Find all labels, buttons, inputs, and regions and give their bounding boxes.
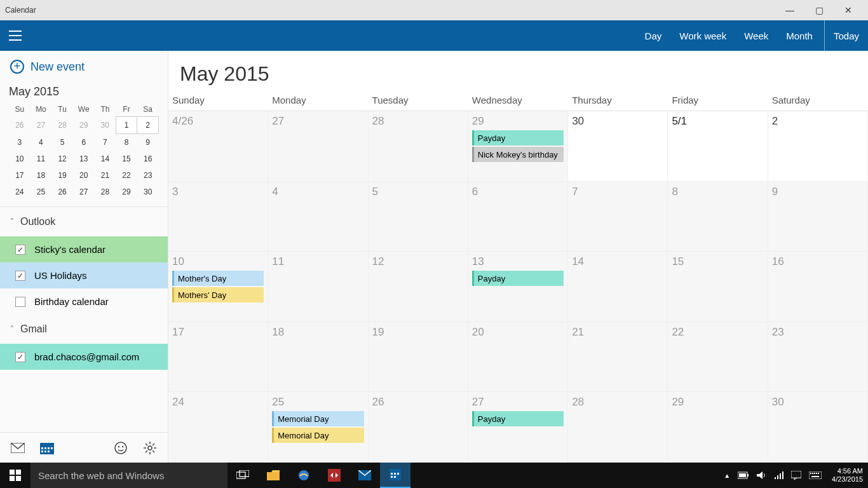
minical-day[interactable]: 23 [137, 167, 159, 184]
minical-day[interactable]: 18 [31, 167, 52, 184]
day-cell[interactable]: 27Payday [468, 392, 568, 463]
minical-day[interactable]: 9 [137, 134, 159, 151]
day-cell[interactable]: 30 [568, 111, 668, 182]
day-cell[interactable]: 5 [369, 182, 468, 252]
event-chip[interactable]: Mother's Day [172, 271, 264, 286]
day-cell[interactable]: 5/1 [668, 111, 768, 182]
minical-day[interactable]: 2 [137, 117, 159, 134]
app-button-1[interactable] [319, 463, 349, 488]
maximize-button[interactable]: ▢ [804, 0, 834, 20]
checkbox[interactable] [15, 297, 25, 307]
system-tray[interactable]: ▲ [719, 463, 827, 488]
day-cell[interactable]: 22 [668, 322, 768, 393]
source-outlook-header[interactable]: ˄ Outlook [0, 207, 168, 236]
day-cell[interactable]: 9 [768, 182, 868, 252]
minical-day[interactable]: 4 [31, 134, 52, 151]
event-chip[interactable]: Mothers' Day [172, 287, 264, 302]
minical-day[interactable]: 29 [73, 117, 95, 134]
minical-day[interactable]: 7 [95, 134, 116, 151]
view-workweek[interactable]: Work week [670, 20, 735, 51]
day-cell[interactable]: 30 [768, 392, 868, 463]
ie-button[interactable] [288, 463, 319, 488]
minical-day[interactable]: 3 [9, 134, 31, 151]
checkbox[interactable] [15, 271, 25, 281]
minical-day[interactable]: 20 [73, 167, 95, 184]
minical-day[interactable]: 27 [31, 117, 52, 134]
checkbox[interactable] [15, 245, 25, 255]
mail-app-button[interactable] [349, 463, 380, 488]
minical-day[interactable]: 29 [116, 184, 137, 200]
event-chip[interactable]: Payday [472, 411, 564, 426]
start-button[interactable] [0, 463, 31, 488]
day-cell[interactable]: 3 [168, 182, 268, 252]
day-cell[interactable]: 28 [369, 111, 468, 182]
day-cell[interactable]: 13Payday [468, 252, 568, 322]
minical-day[interactable]: 26 [51, 184, 73, 200]
day-cell[interactable]: 23 [768, 322, 868, 393]
day-cell[interactable]: 7 [568, 182, 668, 252]
minical-day[interactable]: 16 [137, 151, 159, 167]
minical-day[interactable]: 13 [73, 151, 95, 167]
minical-day[interactable]: 28 [51, 117, 73, 134]
minical-day[interactable]: 14 [95, 151, 116, 167]
day-cell[interactable]: 4/26 [168, 111, 268, 182]
taskbar-search[interactable]: Search the web and Windows [31, 463, 227, 488]
new-event-button[interactable]: New event [0, 51, 168, 83]
taskbar-clock[interactable]: 4:56 AM 4/23/2015 [827, 463, 868, 488]
tray-chevron-icon[interactable]: ▲ [724, 472, 730, 479]
day-cell[interactable]: 11 [268, 252, 368, 322]
minical-day[interactable]: 15 [116, 151, 137, 167]
event-chip[interactable]: Payday [472, 271, 564, 286]
event-chip[interactable]: Payday [472, 130, 564, 146]
keyboard-icon[interactable] [809, 471, 822, 479]
source-gmail-header[interactable]: ˄ Gmail [0, 315, 168, 344]
wifi-icon[interactable] [775, 471, 783, 479]
minical-day[interactable]: 8 [116, 134, 137, 151]
mail-button[interactable] [5, 435, 31, 461]
day-cell[interactable]: 8 [668, 182, 768, 252]
calendar-source-item[interactable]: brad.chacos@gmail.com [0, 344, 168, 370]
day-cell[interactable]: 24 [168, 392, 268, 463]
day-cell[interactable]: 14 [568, 252, 668, 322]
battery-icon[interactable] [738, 471, 749, 479]
action-center-icon[interactable] [791, 471, 801, 480]
day-cell[interactable]: 17 [168, 322, 268, 393]
day-cell[interactable]: 21 [568, 322, 668, 393]
day-cell[interactable]: 19 [369, 322, 468, 393]
minical-day[interactable]: 6 [73, 134, 95, 151]
minical-day[interactable]: 28 [95, 184, 116, 200]
minical-day[interactable]: 11 [31, 151, 52, 167]
minical-day[interactable]: 12 [51, 151, 73, 167]
minical-day[interactable]: 5 [51, 134, 73, 151]
calendar-button[interactable] [34, 435, 60, 461]
day-cell[interactable]: 25Memorial DayMemorial Day [268, 392, 368, 463]
day-cell[interactable]: 15 [668, 252, 768, 322]
checkbox[interactable] [15, 352, 25, 362]
event-chip[interactable]: Memorial Day [272, 428, 363, 443]
day-cell[interactable]: 28 [568, 392, 668, 463]
settings-button[interactable] [137, 435, 163, 461]
day-cell[interactable]: 10Mother's DayMothers' Day [168, 252, 268, 322]
minical-day[interactable]: 26 [9, 117, 31, 134]
view-day[interactable]: Day [636, 20, 671, 51]
event-chip[interactable]: Nick Mokey's birthday [472, 147, 564, 162]
view-month[interactable]: Month [777, 20, 822, 51]
minimize-button[interactable]: — [775, 0, 804, 20]
minical-day[interactable]: 10 [9, 151, 31, 167]
minical-day[interactable]: 30 [137, 184, 159, 200]
day-cell[interactable]: 12 [369, 252, 468, 322]
day-cell[interactable]: 20 [468, 322, 568, 393]
hamburger-button[interactable] [0, 20, 31, 51]
minical-day[interactable]: 27 [73, 184, 95, 200]
close-button[interactable]: ✕ [834, 0, 863, 20]
day-cell[interactable]: 27 [268, 111, 368, 182]
day-cell[interactable]: 16 [768, 252, 868, 322]
task-view-button[interactable] [227, 463, 258, 488]
day-cell[interactable]: 6 [468, 182, 568, 252]
minical-day[interactable]: 25 [31, 184, 52, 200]
volume-icon[interactable] [757, 471, 767, 480]
minical-day[interactable]: 22 [116, 167, 137, 184]
calendar-app-button[interactable] [380, 463, 410, 488]
minical-day[interactable]: 21 [95, 167, 116, 184]
day-cell[interactable]: 29 [668, 392, 768, 463]
